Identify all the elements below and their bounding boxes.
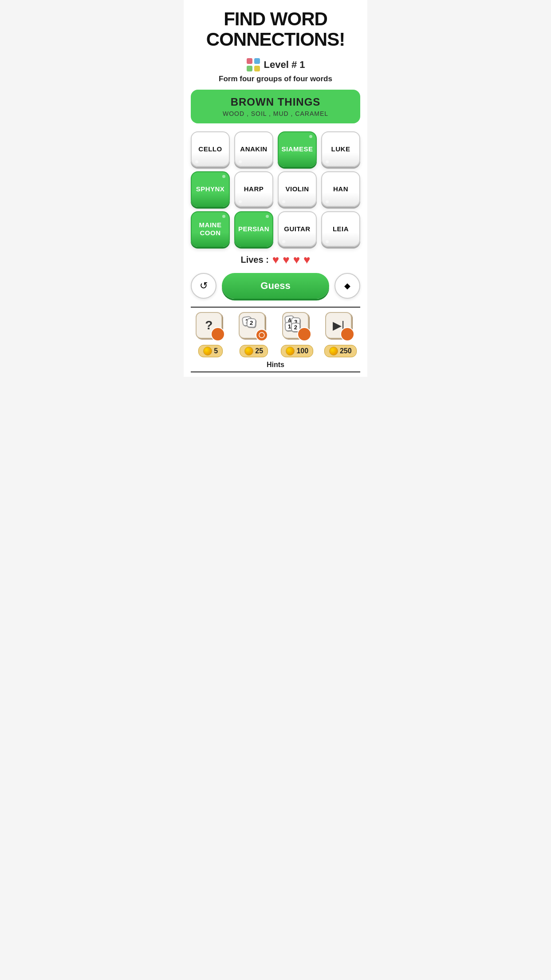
heart-3: ♥: [293, 253, 300, 267]
tile-anakin[interactable]: ANAKIN: [234, 131, 273, 167]
tile-violin[interactable]: VIOLIN: [278, 171, 317, 207]
coin-icon-4: [329, 347, 338, 356]
num-card-2: 2: [247, 318, 257, 328]
tile-siamese[interactable]: SIAMESE: [278, 131, 317, 167]
heart-4: ♥: [303, 253, 310, 267]
mosaic-icon: [246, 58, 260, 72]
action-row: ↺ Guess ◆: [191, 273, 360, 299]
tile-sphynx[interactable]: SPHYNX: [191, 171, 230, 207]
title-line1: FIND WORD: [224, 8, 327, 29]
tile-guitar[interactable]: GUITAR: [278, 211, 317, 247]
category-words: WOOD , SOIL , MUD , CARAMEL: [200, 110, 351, 117]
hints-section: ? 5 1 2: [191, 307, 360, 372]
hint-badge-3: [297, 327, 311, 341]
lives-row: Lives : ♥ ♥ ♥ ♥: [240, 253, 310, 267]
coin-icon-2: [244, 347, 253, 356]
shuffle-icon: ↺: [200, 280, 208, 292]
tile-luke[interactable]: LUKE: [321, 131, 360, 167]
svg-rect-3: [254, 66, 260, 71]
svg-rect-0: [247, 58, 252, 64]
hint-icon-bg-4: ▶|: [325, 312, 352, 339]
hints-grid: ? 5 1 2: [191, 312, 360, 357]
hint-badge-2: [256, 329, 268, 341]
hint-icon-bg-2: 1 2: [239, 312, 265, 339]
tile-harp[interactable]: HARP: [234, 171, 273, 207]
tile-leia[interactable]: LEIA: [321, 211, 360, 247]
hint-cost-4: 250: [324, 345, 357, 357]
coin-icon-1: [203, 347, 212, 356]
tile-maine-coon[interactable]: MAINE COON: [191, 211, 230, 247]
tile-han[interactable]: HAN: [321, 171, 360, 207]
heart-2: ♥: [283, 253, 289, 267]
hint-reveal-one[interactable]: ? 5: [191, 312, 231, 357]
hint-icon-wrap-3: 4 1 3 2: [282, 312, 312, 342]
title-line2: CONNECTIONS!: [206, 29, 345, 50]
coin-icon-3: [286, 347, 295, 356]
erase-button[interactable]: ◆: [335, 273, 360, 299]
hint-icon-bg-1: ?: [196, 312, 222, 339]
level-row: Level # 1: [246, 58, 305, 72]
svg-rect-2: [247, 66, 252, 71]
category-title: BROWN THINGS: [200, 96, 351, 108]
tile-cello[interactable]: CELLO: [191, 131, 230, 167]
category-banner: BROWN THINGS WOOD , SOIL , MUD , CARAMEL: [191, 90, 360, 123]
hint-reveal-all[interactable]: 4 1 3 2 100: [277, 312, 317, 357]
hint-cost-3: 100: [281, 345, 313, 357]
main-title: FIND WORD CONNECTIONS!: [206, 9, 345, 50]
word-grid: CELLOANAKINSIAMESELUKESPHYNXHARPVIOLINHA…: [191, 131, 360, 247]
hint-skip[interactable]: ▶| 250: [321, 312, 361, 357]
level-label: Level # 1: [264, 59, 305, 71]
hint-cost-label-1: 5: [214, 347, 218, 355]
shuffle-button[interactable]: ↺: [191, 273, 216, 299]
hints-label: Hints: [191, 361, 360, 369]
erase-icon: ◆: [344, 281, 350, 291]
hint-icon-bg-3: 4 1 3 2: [282, 312, 309, 339]
subtitle: Form four groups of four words: [219, 75, 332, 83]
hint-cost-label-2: 25: [255, 347, 263, 355]
hint-cost-1: 5: [198, 345, 223, 357]
hint-swap[interactable]: 1 2 25: [234, 312, 274, 357]
hint-icon-wrap-1: ?: [196, 312, 226, 342]
hint-badge-4: [340, 327, 354, 341]
tile-persian[interactable]: PERSIAN: [234, 211, 273, 247]
hint-icon-wrap-4: ▶|: [325, 312, 355, 342]
guess-button[interactable]: Guess: [222, 273, 329, 299]
hint-cost-label-4: 250: [340, 347, 352, 355]
svg-point-4: [259, 332, 264, 338]
lives-label: Lives :: [240, 255, 268, 265]
hint-cost-label-3: 100: [296, 347, 308, 355]
hint-icon-wrap-2: 1 2: [239, 312, 269, 342]
heart-1: ♥: [272, 253, 279, 267]
app-container: FIND WORD CONNECTIONS! Level # 1 Form fo…: [184, 0, 367, 377]
hint-badge-1: [211, 327, 225, 341]
hint-cost-2: 25: [240, 345, 268, 357]
svg-rect-1: [254, 58, 260, 64]
